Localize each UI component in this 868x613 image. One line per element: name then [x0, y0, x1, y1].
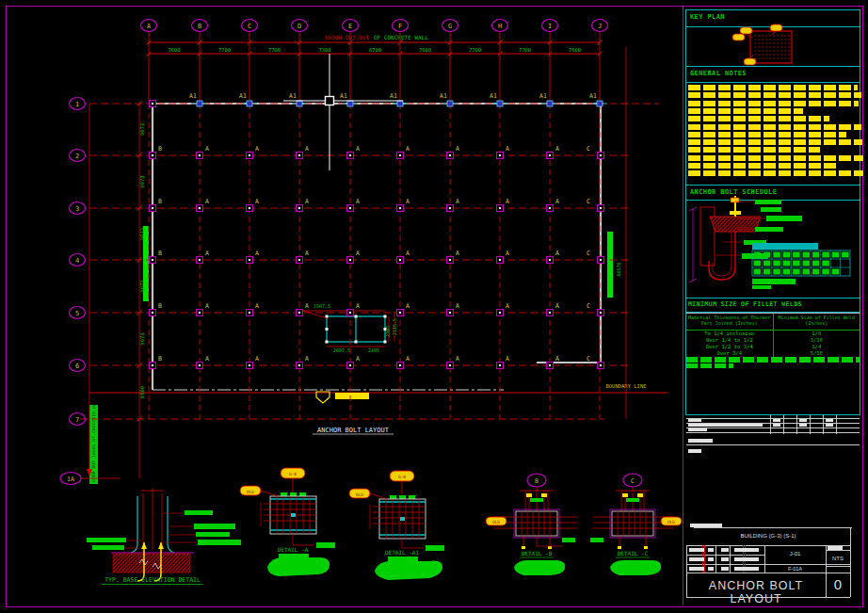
anchor-marker-label: A	[305, 250, 309, 257]
dim-text-top: 7700	[268, 47, 281, 53]
anchor-marker-a1[interactable]	[497, 101, 503, 106]
anchor-marker-label: A	[356, 302, 360, 310]
anchor-marker-a1[interactable]	[247, 101, 252, 106]
schedule-cell	[803, 269, 811, 275]
anchor-marker-label: A1	[340, 92, 347, 100]
grid-bubble-col-label: C	[248, 23, 251, 30]
grid-bubble-row-label: 2	[75, 153, 79, 160]
pit-dim-bottom-a: 2607.5	[333, 347, 350, 353]
marker-grip	[499, 312, 501, 314]
anchor-marker-label: B	[158, 250, 162, 257]
anchor-marker-a1[interactable]	[597, 101, 603, 106]
note-line	[688, 132, 846, 137]
anchor-marker-a1[interactable]	[197, 101, 202, 106]
titleblock-cell-blob	[734, 548, 759, 552]
marker-grip	[298, 312, 300, 314]
anchor-marker-label: B	[158, 302, 162, 310]
anchor-marker-label: A	[205, 355, 209, 363]
detail-a-title: DETAIL -A	[278, 546, 309, 553]
anchor-marker-label: A	[356, 250, 360, 257]
marker-grip	[499, 154, 501, 156]
anchor-marker-label: A	[305, 355, 309, 363]
anchor-marker-label: A	[205, 250, 209, 257]
highlight-bar-right	[607, 232, 613, 298]
marker-grip	[449, 259, 451, 261]
marker-grip	[152, 364, 153, 366]
pit-dim-right-a: 2303	[385, 326, 391, 337]
schedule-cell	[783, 252, 791, 258]
schedule-cell	[793, 269, 800, 275]
marker-grip	[349, 364, 351, 366]
dim-text-left: 9073	[139, 228, 145, 240]
anchor-marker-label: C	[587, 198, 590, 205]
anchor-marker-a1[interactable]	[447, 101, 453, 106]
pit-dim-bottom-b: 2495	[368, 347, 379, 353]
rev-text-blob	[826, 424, 833, 427]
grid-bubble-row-label: 6	[75, 363, 79, 370]
grid-bubble-col-label: B	[198, 23, 201, 30]
dim-text-left: 8500	[139, 386, 145, 398]
rev-text-blob	[799, 424, 807, 427]
dim-text-top: 7600	[569, 47, 581, 53]
slope-arrow	[316, 392, 369, 403]
detail-a1-left-tag: OLD	[356, 492, 363, 497]
anchor-marker-label: A	[406, 250, 410, 257]
anchor-marker-a1[interactable]	[347, 101, 353, 106]
anchor-marker-label: A	[555, 198, 559, 205]
marker-grip	[399, 259, 401, 261]
titleblock-cell-blob	[689, 548, 704, 552]
rev-divider	[770, 415, 771, 434]
marker-grip	[399, 207, 401, 209]
base-elevation-detail	[87, 488, 241, 581]
marker-grip	[152, 312, 153, 314]
detail-b-left-tag: OLD	[492, 520, 500, 524]
anchor-marker-label: C	[587, 355, 590, 363]
anchor-marker-a1[interactable]	[547, 101, 553, 106]
schedule-cell	[832, 269, 840, 275]
marker-grip	[298, 364, 300, 366]
anchor-marker-label: A	[205, 302, 209, 310]
marker-grip	[549, 154, 551, 156]
detail-b-title: DETAIL -B	[522, 550, 553, 557]
dim-text-top: 7700	[519, 47, 531, 53]
grid-bubble-row-label: 3	[75, 205, 79, 213]
anchor-marker-label: A1	[589, 92, 597, 100]
note-line	[688, 147, 820, 153]
anchor-marker-label: A	[555, 250, 559, 257]
dim-text-left: 9073	[139, 175, 145, 187]
anchor-marker-label: C	[587, 145, 590, 153]
pickbox	[326, 97, 334, 105]
anchor-marker-label: A	[406, 145, 410, 153]
anchor-marker-label: A	[506, 198, 509, 205]
anchor-marker-label: A	[456, 198, 459, 205]
marker-grip	[499, 259, 501, 261]
marker-grip	[249, 154, 250, 156]
marker-grip	[449, 364, 451, 366]
marker-grip	[449, 312, 451, 314]
schedule-cell	[773, 261, 780, 266]
anchor-marker-label: A	[456, 145, 459, 153]
schedule-cell	[793, 252, 800, 258]
titleblock-cell-blob	[689, 557, 704, 561]
grid-bubble-col-label: J	[598, 23, 602, 30]
note-line	[688, 124, 861, 130]
marker-grip	[199, 154, 201, 156]
anchor-marker-a1[interactable]	[397, 101, 403, 106]
key-plan-tag	[744, 58, 756, 65]
detail-b-bubble: B	[535, 477, 538, 485]
marker-grip	[249, 312, 250, 314]
marker-grip	[152, 207, 153, 209]
schedule-cell	[842, 252, 849, 258]
marker-grip	[199, 207, 201, 209]
detail-a-figure	[240, 468, 335, 576]
marker-grip	[600, 364, 602, 366]
schedule-cell	[783, 261, 791, 266]
rev-text-blob	[688, 428, 707, 431]
rev-divider	[836, 415, 837, 434]
grid-bubble-col-label: H	[498, 23, 502, 30]
marker-grip	[199, 312, 201, 314]
anchor-marker-a1[interactable]	[297, 101, 302, 106]
anchor-bolt-schedule-figure	[689, 196, 850, 289]
dim-text-top: 7700	[469, 47, 481, 53]
schedule-cell	[773, 269, 780, 275]
